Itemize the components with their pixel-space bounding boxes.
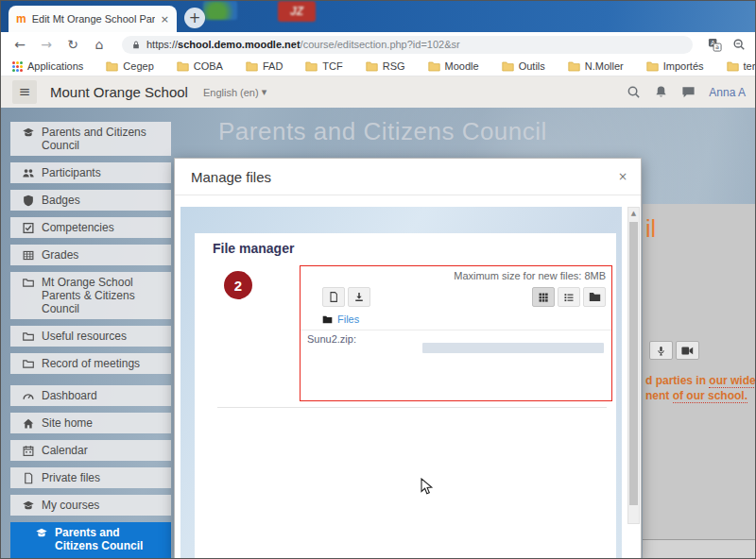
forward-button[interactable]: → <box>35 38 58 51</box>
page-zoom-icon[interactable] <box>729 35 749 54</box>
bookmark-item[interactable]: Importés <box>646 60 704 72</box>
site-title[interactable]: Mount Orange School <box>50 84 188 100</box>
lock-icon <box>131 40 141 50</box>
file-manager-highlight-box: Maximum size for new files: 8MB <box>300 265 612 401</box>
sidebar-item-badges[interactable]: Badges <box>10 190 171 211</box>
clipped-link[interactable]: our wider scho <box>709 374 756 388</box>
browser-home-button[interactable]: ⌂ <box>88 38 111 51</box>
page-behind-modal-footer <box>643 539 756 559</box>
step-badge: 2 <box>224 271 252 299</box>
icons-view-button[interactable] <box>532 287 555 307</box>
folder-icon <box>22 330 35 343</box>
sidebar-item-competencies[interactable]: Competencies <box>10 217 171 238</box>
moodle-favicon: m <box>16 12 26 25</box>
microphone-icon[interactable] <box>649 341 673 360</box>
add-file-button[interactable] <box>322 287 345 307</box>
url-scheme: https:// <box>146 39 178 50</box>
back-button[interactable]: ← <box>9 38 31 51</box>
new-tab-button[interactable]: + <box>184 8 205 28</box>
bookmark-item[interactable]: Moodle <box>428 60 479 72</box>
bookmark-item[interactable]: Outils <box>502 60 545 72</box>
sidebar-item-record-of-meetings[interactable]: Record of meetings <box>10 353 171 374</box>
sidebar-item-my-courses[interactable]: My courses <box>10 495 171 516</box>
modal-scrollbar[interactable]: ▲ <box>627 207 640 524</box>
scroll-up-icon[interactable]: ▲ <box>628 208 639 217</box>
bookmark-item[interactable]: temp <box>727 60 756 72</box>
bookmark-apps[interactable]: Applications <box>12 60 83 72</box>
divider <box>301 330 611 330</box>
form-card: File manager 2 Maximum size for new file… <box>195 233 616 559</box>
sidebar-item-private-files[interactable]: Private files <box>10 467 171 488</box>
manage-files-modal: Manage files × ▲ File manager 2 Maximum … <box>174 158 642 559</box>
sidebar-item-useful-resources[interactable]: Useful resources <box>10 326 171 347</box>
sidebar-item-grades[interactable]: Grades <box>10 245 171 265</box>
mouse-cursor <box>421 478 434 497</box>
video-camera-icon[interactable] <box>676 341 699 360</box>
sidebar-item-label: Record of meetings <box>42 357 140 370</box>
course-heading: Parents and Citizens Council <box>218 117 547 146</box>
page-behind-modal: il d parties in our wider scho nent of o… <box>643 204 756 539</box>
sidebar-item-label: Competencies <box>42 221 114 234</box>
nav-drawer: Parents and Citizens Council Participant… <box>10 122 171 559</box>
language-selector[interactable]: English (en) ▾ <box>203 87 266 98</box>
scrollbar-thumb[interactable] <box>629 222 638 505</box>
bookmark-item[interactable]: Cegep <box>106 60 153 72</box>
sidebar-item-label: Grades <box>42 248 78 262</box>
tab-close-icon[interactable]: × <box>161 14 169 25</box>
check-square-icon <box>22 222 35 234</box>
bookmark-item[interactable]: FAD <box>246 60 283 72</box>
bookmark-label: Applications <box>27 60 83 72</box>
sidebar-item-participants[interactable]: Participants <box>10 162 171 183</box>
file-path-breadcrumb: Files <box>322 313 359 325</box>
reload-button[interactable]: ↻ <box>61 38 84 51</box>
bookmark-label: temp <box>744 60 756 72</box>
bookmark-item[interactable]: COBA <box>177 60 223 72</box>
sidebar-item-site-home[interactable]: Site home <box>10 413 171 433</box>
sidebar-item-course[interactable]: Parents and Citizens Council <box>10 122 171 156</box>
translate-icon[interactable]: A a <box>704 35 725 54</box>
sidebar-item-course-folder[interactable]: Mt Orange School Parents & Citizens Coun… <box>10 272 171 319</box>
clipped-paragraph: d parties in our wider scho nent of our … <box>645 373 756 403</box>
modal-close-icon[interactable]: × <box>618 171 627 182</box>
sidebar-item-label: Parents and Citizens Council <box>42 126 163 152</box>
list-view-button[interactable] <box>558 287 580 307</box>
sidebar-item-active-course[interactable]: Parents and Citizens Council <box>10 522 171 558</box>
sidebar-item-label: Site home <box>42 416 93 430</box>
user-menu[interactable]: Anna A <box>709 86 746 99</box>
bookmark-item[interactable]: TCF <box>305 60 342 72</box>
files-breadcrumb-link[interactable]: Files <box>337 313 359 325</box>
caret-down-icon: ▾ <box>262 87 267 97</box>
sidebar-item-label: Parents and Citizens Council <box>55 526 163 552</box>
hamburger-icon[interactable]: ≡ <box>12 80 37 104</box>
bookmark-folder-icon <box>727 61 739 72</box>
browser-tab[interactable]: m Edit Mt Orange School Parents & × <box>9 6 177 32</box>
folder-filled-icon <box>322 315 333 324</box>
sidebar-item-label: Participants <box>42 166 101 179</box>
home-icon <box>22 417 35 430</box>
calendar-icon <box>22 445 35 457</box>
bookmark-folder-icon <box>646 61 659 72</box>
bookmark-label: Outils <box>519 60 545 72</box>
graduation-cap-icon <box>35 527 48 539</box>
download-all-button[interactable] <box>348 287 370 307</box>
clipped-text: nent <box>645 389 673 402</box>
messages-icon[interactable] <box>681 85 696 100</box>
notifications-bell-icon[interactable] <box>654 85 669 100</box>
search-icon[interactable] <box>627 85 642 100</box>
browser-window: JZ m Edit Mt Orange School Parents & × +… <box>0 0 756 559</box>
bookmark-folder-icon <box>568 61 580 72</box>
bookmark-folder-icon <box>177 61 189 72</box>
upload-progress-bar <box>422 343 604 353</box>
tree-view-button[interactable] <box>583 287 606 307</box>
sidebar-item-label: Badges <box>42 194 80 207</box>
url-bar[interactable]: https://school.demo.moodle.net/course/ed… <box>122 36 693 54</box>
sidebar-item-calendar[interactable]: Calendar <box>10 440 171 461</box>
bookmark-item[interactable]: N.Moller <box>568 60 624 72</box>
file-manager-toolbar <box>322 287 606 307</box>
sidebar-item-label: Private files <box>42 471 100 484</box>
file-manager-heading: File manager <box>213 241 294 256</box>
bookmark-item[interactable]: RSG <box>366 60 405 72</box>
url-host: school.demo.moodle.net <box>178 39 301 50</box>
clipped-link[interactable]: of our school. <box>673 389 747 403</box>
sidebar-item-dashboard[interactable]: Dashboard <box>10 385 171 406</box>
